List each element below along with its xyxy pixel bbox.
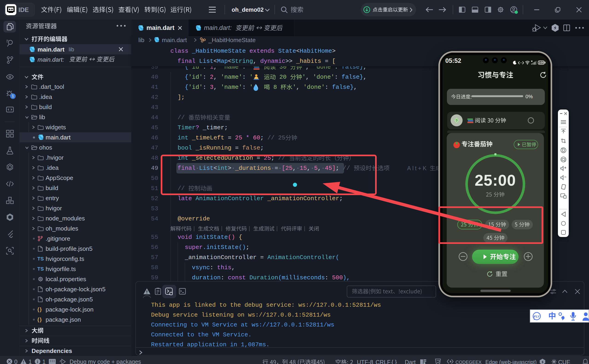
svg-text:?: ? <box>456 118 457 122</box>
